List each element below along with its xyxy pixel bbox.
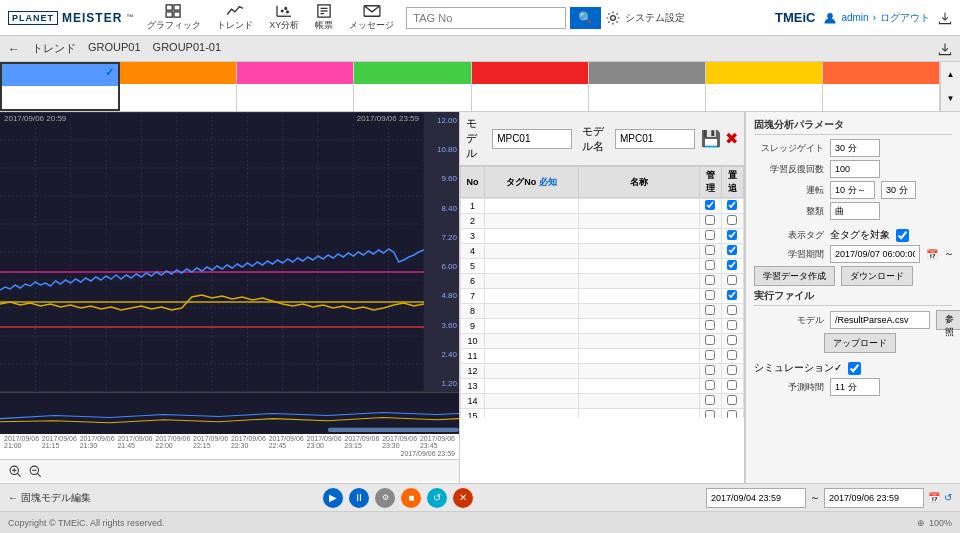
save-icon[interactable]: 💾 (701, 129, 721, 148)
row-cb1[interactable] (699, 214, 721, 229)
cancel-btn[interactable]: ✕ (453, 488, 473, 508)
tab-scroll-arrows[interactable]: ▲ ▼ (940, 62, 960, 111)
upload-btn[interactable]: アップロード (824, 333, 896, 353)
model-input[interactable] (492, 129, 572, 149)
table-row[interactable]: 8 (461, 304, 744, 319)
row-cb2[interactable] (721, 229, 743, 244)
simulation-checkbox[interactable] (848, 362, 861, 375)
browse-btn[interactable]: 参照 (936, 310, 960, 330)
row-cb2[interactable] (721, 199, 743, 214)
learn-data-btn[interactable]: 学習データ作成 (754, 266, 835, 286)
row-cb2[interactable] (721, 364, 743, 379)
search-input[interactable] (406, 7, 566, 29)
zoom-out-icon[interactable] (28, 464, 42, 478)
op-to-input[interactable] (881, 181, 916, 199)
nav-report[interactable]: 帳票 (315, 4, 333, 32)
range-calendar-icon[interactable]: 📅 (928, 492, 940, 503)
color-tab-7[interactable] (706, 62, 823, 111)
zoom-in-icon[interactable] (8, 464, 22, 478)
table-row[interactable]: 5 (461, 259, 744, 274)
tab-scroll-up[interactable]: ▲ (947, 70, 955, 79)
range-refresh-icon[interactable]: ↺ (944, 492, 952, 503)
pause-btn[interactable]: ⏸ (349, 488, 369, 508)
table-row[interactable]: 14 (461, 394, 744, 409)
range-end-input[interactable] (824, 488, 924, 508)
row-cb1[interactable] (699, 304, 721, 319)
table-row[interactable]: 1 (461, 199, 744, 214)
row-cb1[interactable] (699, 409, 721, 419)
row-cb1[interactable] (699, 229, 721, 244)
close-icon[interactable]: ✖ (725, 129, 738, 148)
row-cb1[interactable] (699, 199, 721, 214)
row-cb2[interactable] (721, 379, 743, 394)
learn-start-input[interactable] (830, 245, 920, 263)
color-tab-6[interactable] (589, 62, 706, 111)
refresh-btn[interactable]: ↺ (427, 488, 447, 508)
row-cb2[interactable] (721, 304, 743, 319)
row-cb2[interactable] (721, 274, 743, 289)
row-cb2[interactable] (721, 319, 743, 334)
row-cb2[interactable] (721, 409, 743, 419)
row-cb2[interactable] (721, 244, 743, 259)
color-tab-5[interactable] (472, 62, 589, 111)
color-tab-2[interactable] (120, 62, 237, 111)
row-cb1[interactable] (699, 394, 721, 409)
row-cb2[interactable] (721, 349, 743, 364)
play-btn[interactable]: ▶ (323, 488, 343, 508)
model-file-input[interactable] (830, 311, 930, 329)
row-cb2[interactable] (721, 214, 743, 229)
download-icon-sub[interactable] (938, 42, 952, 56)
row-cb1[interactable] (699, 379, 721, 394)
system-setting[interactable]: システム設定 (605, 10, 685, 26)
row-cb1[interactable] (699, 259, 721, 274)
op-from-input[interactable] (830, 181, 875, 199)
table-row[interactable]: 3 (461, 229, 744, 244)
row-cb1[interactable] (699, 349, 721, 364)
row-cb2[interactable] (721, 289, 743, 304)
row-cb1[interactable] (699, 274, 721, 289)
back-button[interactable]: ← (8, 42, 20, 56)
nav-xy[interactable]: XY分析 (269, 4, 299, 32)
breadcrumb-group01[interactable]: GROUP01 (88, 41, 141, 56)
tab-scroll-down[interactable]: ▼ (947, 94, 955, 103)
breadcrumb-trend[interactable]: トレンド (32, 41, 76, 56)
table-row[interactable]: 9 (461, 319, 744, 334)
color-tab-1[interactable]: ✓ (0, 62, 120, 111)
color-tab-3[interactable] (237, 62, 354, 111)
table-row[interactable]: 7 (461, 289, 744, 304)
download-icon-header[interactable] (938, 11, 952, 25)
nav-message[interactable]: メッセージ (349, 4, 394, 32)
row-cb1[interactable] (699, 364, 721, 379)
table-row[interactable]: 4 (461, 244, 744, 259)
display-tag-checkbox[interactable] (896, 229, 909, 242)
table-row[interactable]: 12 (461, 364, 744, 379)
range-start-input[interactable] (706, 488, 806, 508)
learn-iterations-input[interactable] (830, 160, 880, 178)
color-tab-8[interactable] (823, 62, 940, 111)
row-cb1[interactable] (699, 319, 721, 334)
download-btn[interactable]: ダウンロード (841, 266, 913, 286)
model-name-input[interactable] (615, 129, 695, 149)
calendar-icon-start[interactable]: 📅 (926, 249, 938, 260)
row-cb2[interactable] (721, 259, 743, 274)
color-tab-4[interactable] (354, 62, 471, 111)
table-row[interactable]: 13 (461, 379, 744, 394)
table-row[interactable]: 10 (461, 334, 744, 349)
search-button[interactable]: 🔍 (570, 7, 601, 29)
logout-link[interactable]: ログアウト (880, 11, 930, 25)
row-cb2[interactable] (721, 334, 743, 349)
settings-btn[interactable]: ⚙ (375, 488, 395, 508)
table-row[interactable]: 15 (461, 409, 744, 419)
model-edit-label[interactable]: ← 固塊モデル編集 (8, 491, 91, 505)
breadcrumb-group01-01[interactable]: GROUP01-01 (153, 41, 221, 56)
scroll-area[interactable]: 1 2 3 4 5 (460, 198, 744, 418)
row-cb2[interactable] (721, 394, 743, 409)
table-row[interactable]: 11 (461, 349, 744, 364)
stop-btn[interactable]: ■ (401, 488, 421, 508)
row-cb1[interactable] (699, 334, 721, 349)
scrollbar[interactable] (0, 428, 459, 434)
row-cb1[interactable] (699, 244, 721, 259)
nav-trend[interactable]: トレンド (217, 4, 253, 32)
prediction-input[interactable] (830, 378, 880, 396)
table-row[interactable]: 2 (461, 214, 744, 229)
